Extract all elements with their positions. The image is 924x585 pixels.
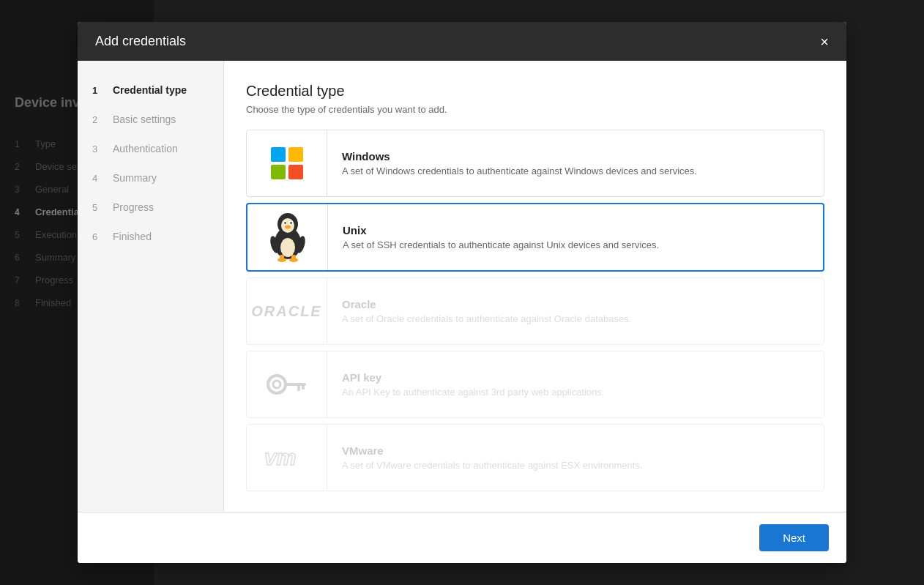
main-content: Credential type Choose the type of crede… [224,61,846,512]
unix-name: Unix [343,224,659,236]
svg-point-20 [273,381,280,388]
svg-rect-0 [271,147,286,162]
step-label-5: Progress [113,201,154,213]
step-num-1: 1 [92,85,107,96]
key-icon [267,373,308,396]
unix-info: Unix A set of SSH credentials to authent… [328,212,674,262]
credential-card-windows[interactable]: Windows A set of Windows credentials to … [246,130,824,197]
step-label-4: Summary [113,172,157,184]
step-num-6: 6 [92,231,107,242]
step-label-1: Credential type [113,84,187,96]
close-button[interactable]: × [820,34,829,49]
windows-desc: A set of Windows credentials to authenti… [342,165,697,176]
apikey-name: API key [342,371,604,384]
credential-card-oracle: ORACLE Oracle A set of Oracle credential… [246,277,824,345]
credential-card-vmware: vm VMware A set of VMware credentials to… [246,424,824,491]
step-num-5: 5 [92,202,107,213]
svg-rect-1 [288,147,303,162]
apikey-icon-container [247,351,327,417]
windows-icon-container [247,130,327,196]
svg-point-12 [285,226,291,229]
windows-info: Windows A set of Windows credentials to … [327,138,712,188]
wizard-step-1[interactable]: 1 Credential type [78,75,223,105]
svg-rect-23 [302,386,305,390]
modal-body: 1 Credential type 2 Basic settings 3 Aut… [78,61,846,512]
vmware-desc: A set of VMware credentials to authentic… [342,460,642,471]
oracle-logo-icon: ORACLE [251,303,321,320]
credential-card-unix[interactable]: Unix A set of SSH credentials to authent… [246,203,824,272]
next-button[interactable]: Next [759,524,829,551]
apikey-info: API key An API Key to authenticate again… [327,359,619,409]
svg-point-11 [290,222,291,223]
svg-point-19 [268,376,286,393]
oracle-name: Oracle [342,298,631,310]
modal-footer: Next [78,512,846,563]
vmware-logo-icon: vm [261,444,313,471]
step-label-3: Authentication [113,143,178,154]
svg-point-10 [284,222,286,223]
wizard-steps-sidebar: 1 Credential type 2 Basic settings 3 Aut… [78,61,224,512]
oracle-info: Oracle A set of Oracle credentials to au… [327,286,646,336]
windows-logo-icon [269,146,305,181]
apikey-desc: An API Key to authenticate against 3rd p… [342,387,604,398]
svg-rect-2 [271,165,286,179]
wizard-step-5[interactable]: 5 Progress [78,193,223,222]
credential-card-apikey: API key An API Key to authenticate again… [246,351,824,418]
svg-rect-22 [297,386,300,391]
step-label-2: Basic settings [113,113,176,125]
step-num-4: 4 [92,173,107,184]
step-num-2: 2 [92,114,107,125]
section-title: Credential type [246,83,824,100]
step-num-3: 3 [92,144,107,154]
wizard-step-2[interactable]: 2 Basic settings [78,105,223,134]
unix-icon-container [247,204,328,270]
wizard-step-3[interactable]: 3 Authentication [78,134,223,163]
vmware-icon-container: vm [247,425,327,491]
vmware-info: VMware A set of VMware credentials to au… [327,433,657,482]
modal-overlay: Add credentials × 1 Credential type 2 Ba… [0,0,924,585]
wizard-step-4[interactable]: 4 Summary [78,163,223,193]
svg-rect-3 [288,165,303,179]
step-label-6: Finished [113,231,152,242]
windows-name: Windows [342,150,697,163]
tux-icon [266,211,310,264]
svg-point-5 [280,238,295,257]
oracle-icon-container: ORACLE [247,278,327,344]
modal-title: Add credentials [95,34,186,49]
wizard-step-6[interactable]: 6 Finished [78,222,223,251]
svg-text:vm: vm [264,445,296,469]
svg-rect-21 [284,383,306,386]
oracle-desc: A set of Oracle credentials to authentic… [342,313,631,324]
section-subtitle: Choose the type of credentials you want … [246,104,824,115]
vmware-name: VMware [342,444,642,457]
svg-rect-16 [291,255,296,261]
credential-list: Windows A set of Windows credentials to … [246,130,824,497]
unix-desc: A set of SSH credentials to authenticate… [343,239,659,250]
add-credentials-modal: Add credentials × 1 Credential type 2 Ba… [78,22,846,563]
svg-rect-15 [280,255,284,261]
modal-header: Add credentials × [78,22,846,61]
